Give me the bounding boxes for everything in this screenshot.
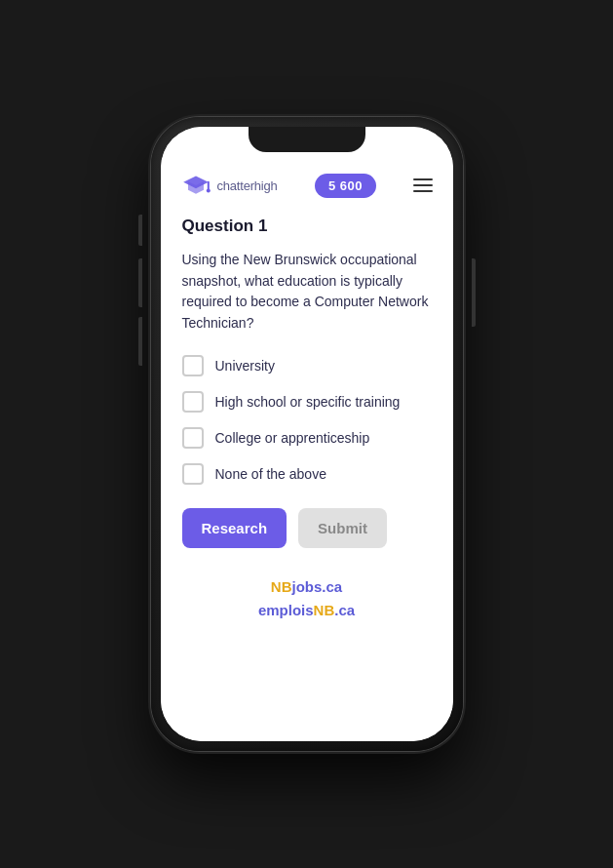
logo-text: chatterhigh	[217, 178, 278, 193]
option-highschool-label: High school or specific training	[215, 390, 401, 412]
logo-icon	[180, 170, 211, 201]
option-university-label: University	[215, 354, 275, 375]
question-text: Using the New Brunswick occupational sna…	[182, 250, 432, 335]
checkbox-highschool[interactable]	[182, 391, 204, 413]
footer-emplois-text: emplois	[258, 602, 314, 618]
svg-point-3	[206, 189, 210, 193]
checkbox-college[interactable]	[182, 427, 204, 449]
option-college[interactable]: College or apprenticeship	[182, 426, 432, 449]
button-row: Research Submit	[182, 508, 432, 548]
volume-down-button	[138, 317, 142, 366]
volume-up-button	[138, 258, 142, 307]
question-label: Question 1	[182, 217, 432, 236]
footer-links: NBjobs.ca emploisNB.ca	[182, 575, 432, 622]
main-content: Question 1 Using the New Brunswick occup…	[161, 213, 453, 642]
header: chatterhigh 5 600	[161, 162, 453, 213]
phone-screen: chatterhigh 5 600 Question 1 Using the N…	[161, 127, 453, 741]
option-none-label: None of the above	[215, 462, 326, 484]
screen-content: chatterhigh 5 600 Question 1 Using the N…	[161, 127, 453, 741]
footer-jobs-text: jobs.ca	[291, 578, 342, 595]
option-highschool[interactable]: High school or specific training	[182, 390, 432, 413]
options-list: University High school or specific train…	[182, 354, 432, 485]
footer-ca-text: .ca	[334, 602, 355, 618]
option-university[interactable]: University	[182, 354, 432, 376]
option-none[interactable]: None of the above	[182, 462, 432, 485]
logo-area: chatterhigh	[180, 170, 278, 201]
research-button[interactable]: Research	[182, 508, 287, 548]
footer-nb2-text: NB	[314, 602, 335, 618]
power-button	[472, 258, 476, 327]
notch	[249, 127, 365, 152]
submit-button[interactable]: Submit	[298, 508, 387, 548]
phone-frame: chatterhigh 5 600 Question 1 Using the N…	[151, 117, 463, 751]
volume-mute-button	[138, 215, 142, 246]
option-college-label: College or apprenticeship	[215, 426, 370, 448]
footer-line1: NBjobs.ca	[182, 575, 432, 599]
footer-line2: emploisNB.ca	[182, 599, 432, 622]
score-badge: 5 600	[315, 174, 376, 198]
checkbox-university[interactable]	[182, 355, 204, 376]
checkbox-none[interactable]	[182, 463, 204, 485]
hamburger-menu-icon[interactable]	[413, 178, 433, 192]
footer-nb-text: NB	[271, 578, 292, 595]
